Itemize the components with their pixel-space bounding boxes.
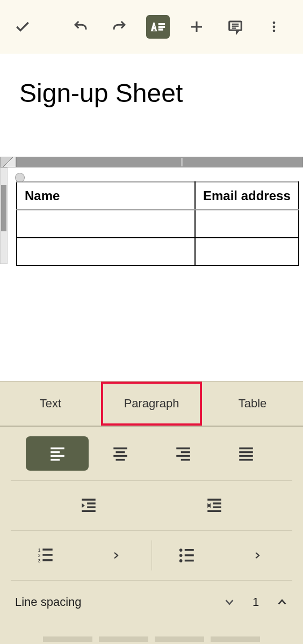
svg-point-9	[273, 21, 276, 24]
svg-marker-29	[82, 503, 85, 508]
svg-point-10	[273, 26, 276, 28]
line-spacing-increase-button[interactable]	[276, 596, 288, 608]
table-header-email[interactable]: Email address	[195, 182, 299, 210]
svg-rect-16	[113, 448, 127, 450]
svg-rect-42	[43, 548, 53, 551]
bulleted-list-button[interactable]	[152, 540, 222, 570]
svg-rect-49	[185, 554, 194, 557]
svg-rect-14	[50, 455, 64, 457]
svg-rect-15	[50, 459, 60, 461]
alignment-row	[11, 427, 292, 481]
svg-rect-21	[181, 451, 190, 453]
signup-table[interactable]: Name Email address	[16, 181, 299, 266]
svg-rect-38	[207, 510, 221, 513]
svg-rect-27	[239, 459, 253, 461]
format-panel: Text Paragraph Table 123	[0, 381, 303, 644]
svg-rect-20	[176, 448, 190, 450]
align-right-button[interactable]	[152, 436, 214, 471]
svg-rect-43	[43, 554, 53, 556]
indent-row	[11, 481, 292, 531]
svg-rect-0	[158, 24, 164, 25]
svg-text:3: 3	[38, 558, 41, 564]
more-button[interactable]	[262, 15, 286, 39]
align-justify-button[interactable]	[214, 436, 277, 471]
svg-rect-12	[50, 448, 64, 450]
vertical-ruler[interactable]	[0, 167, 8, 264]
bulleted-list-options-button[interactable]	[222, 540, 292, 570]
svg-rect-25	[239, 451, 253, 453]
table-row[interactable]	[17, 210, 299, 238]
svg-rect-31	[87, 506, 96, 508]
done-button[interactable]	[11, 15, 34, 39]
undo-button[interactable]	[69, 15, 92, 39]
svg-rect-23	[181, 459, 190, 461]
svg-rect-1	[158, 26, 164, 28]
list-row: 123	[11, 531, 292, 581]
svg-rect-17	[116, 451, 125, 453]
line-spacing-value: 1	[250, 595, 261, 609]
numbered-list-options-button[interactable]	[81, 540, 152, 570]
panel-tabs: Text Paragraph Table	[0, 382, 303, 427]
svg-rect-37	[213, 506, 221, 508]
decrease-indent-button[interactable]	[26, 491, 152, 521]
redo-button[interactable]	[107, 15, 131, 39]
svg-rect-19	[116, 459, 125, 461]
bottom-segment-bar	[0, 634, 303, 644]
svg-point-46	[179, 554, 183, 557]
svg-point-47	[179, 559, 183, 562]
svg-rect-24	[239, 448, 253, 450]
svg-point-11	[273, 30, 276, 32]
svg-rect-22	[176, 455, 190, 457]
increase-indent-button[interactable]	[152, 491, 277, 521]
svg-rect-18	[113, 455, 127, 457]
tab-text[interactable]: Text	[0, 382, 101, 426]
ruler-corner-icon	[0, 157, 16, 167]
text-format-button[interactable]	[146, 15, 170, 39]
svg-rect-36	[213, 502, 221, 504]
line-spacing-decrease-button[interactable]	[223, 596, 235, 608]
svg-rect-13	[50, 451, 60, 453]
align-left-button[interactable]	[26, 436, 89, 471]
table-row[interactable]	[17, 238, 299, 266]
table-header-row: Name Email address	[17, 182, 299, 210]
tab-table[interactable]: Table	[202, 382, 303, 426]
numbered-list-button[interactable]: 123	[11, 540, 81, 570]
tab-paragraph[interactable]: Paragraph	[101, 382, 202, 426]
svg-rect-26	[239, 455, 253, 457]
comment-button[interactable]	[223, 15, 247, 39]
svg-rect-50	[185, 560, 194, 562]
svg-rect-2	[158, 29, 163, 31]
svg-rect-33	[207, 499, 221, 501]
ruler-track[interactable]	[16, 157, 303, 167]
svg-rect-44	[43, 559, 53, 561]
horizontal-ruler[interactable]	[0, 157, 303, 166]
line-spacing-label: Line spacing	[15, 595, 223, 609]
document-title[interactable]: Sign-up Sheet	[0, 80, 303, 106]
svg-rect-30	[87, 502, 96, 504]
table-header-name[interactable]: Name	[17, 182, 195, 210]
svg-text:2: 2	[38, 553, 41, 558]
align-center-button[interactable]	[89, 436, 152, 471]
svg-point-45	[179, 548, 183, 552]
svg-rect-32	[82, 510, 96, 513]
svg-text:1: 1	[38, 547, 41, 553]
insert-button[interactable]	[185, 15, 208, 39]
svg-rect-28	[82, 499, 96, 501]
document-canvas[interactable]: Sign-up Sheet Name Email address	[0, 54, 303, 381]
top-toolbar	[0, 0, 303, 54]
line-spacing-row: Line spacing 1	[0, 581, 303, 624]
svg-rect-48	[185, 549, 194, 551]
